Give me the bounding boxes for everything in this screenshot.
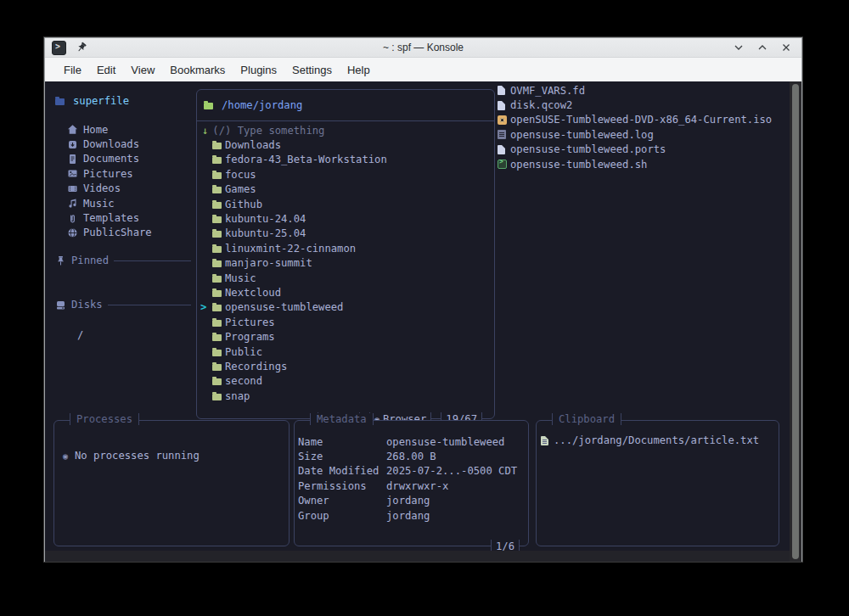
folder-icon bbox=[212, 157, 222, 164]
file-row[interactable]: Pictures bbox=[197, 315, 494, 329]
metadata-row: Groupjordang bbox=[298, 508, 528, 523]
sidebar-item-documents[interactable]: Documents bbox=[67, 152, 152, 166]
file-row[interactable]: Programs bbox=[197, 329, 494, 344]
sidebar-section-disks: Disks bbox=[55, 299, 191, 311]
folder-icon bbox=[212, 394, 222, 400]
folder-icon bbox=[212, 172, 222, 179]
konsole-window: ~ : spf — Konsole File Edit View Bookmar… bbox=[44, 37, 802, 562]
metadata-panel: Metadata Nameopensuse-tumbleweed Size268… bbox=[294, 420, 529, 546]
app-title: superfile bbox=[55, 93, 129, 108]
file-row[interactable]: linuxmint-22-cinnamon bbox=[197, 241, 494, 255]
folder-icon bbox=[212, 187, 222, 193]
metadata-row: Permissionsdrwxrwxr-x bbox=[298, 479, 528, 493]
folder-icon bbox=[212, 216, 222, 223]
shell-script-icon bbox=[498, 160, 507, 169]
file-row[interactable]: focus bbox=[197, 167, 494, 182]
folder-icon bbox=[212, 231, 222, 238]
file-row[interactable]: Nextcloud bbox=[197, 285, 494, 300]
menu-view[interactable]: View bbox=[123, 61, 162, 79]
preview-file-row[interactable]: OVMF_VARS.fd bbox=[498, 83, 772, 98]
preview-panel: OVMF_VARS.fd disk.qcow2 openSUSE-Tumblew… bbox=[498, 83, 772, 171]
folder-icon bbox=[212, 260, 222, 267]
clipboard-panel: Clipboard .../jordang/Documents/article.… bbox=[536, 420, 779, 546]
menu-edit[interactable]: Edit bbox=[89, 61, 123, 79]
file-row[interactable]: kubuntu-25.04 bbox=[197, 227, 494, 241]
terminal-view[interactable]: superfile Home Downloads Documents Pict bbox=[45, 81, 801, 562]
file-row[interactable]: Downloads bbox=[197, 137, 494, 152]
file-row[interactable]: second bbox=[197, 374, 494, 389]
text-file-icon bbox=[541, 436, 548, 445]
panel-path-header: /home/jordang bbox=[197, 90, 494, 121]
file-row[interactable]: fedora-43_Beta-Workstation bbox=[197, 153, 494, 167]
sidebar-item-templates[interactable]: Templates bbox=[67, 210, 152, 225]
folder-icon bbox=[212, 202, 222, 209]
document-icon bbox=[67, 154, 78, 165]
file-icon bbox=[498, 145, 505, 154]
image-icon bbox=[67, 168, 78, 179]
file-row[interactable]: kubuntu-24.04 bbox=[197, 211, 494, 226]
sidebar-item-downloads[interactable]: Downloads bbox=[67, 137, 152, 151]
scrollbar-thumb[interactable] bbox=[792, 84, 799, 559]
close-button[interactable] bbox=[781, 42, 791, 53]
preview-file-row[interactable]: opensuse-tumbleweed.ports bbox=[498, 143, 772, 157]
folder-icon bbox=[212, 276, 222, 283]
sidebar-item-home[interactable]: Home bbox=[67, 122, 152, 137]
log-file-icon bbox=[498, 130, 506, 139]
folder-icon bbox=[212, 350, 222, 356]
terminal-bottom-gap bbox=[45, 551, 790, 562]
search-input[interactable]: ↓ (/) Type something bbox=[197, 123, 494, 137]
menu-plugins[interactable]: Plugins bbox=[233, 61, 284, 79]
metadata-row: Nameopensuse-tumbleweed bbox=[298, 434, 528, 449]
current-path: /home/jordang bbox=[222, 99, 302, 111]
folder-icon bbox=[212, 305, 222, 311]
file-row[interactable]: Games bbox=[197, 182, 494, 197]
sidebar-item-publicshare[interactable]: PublicShare bbox=[67, 226, 152, 240]
processes-panel-title: Processes bbox=[70, 413, 139, 425]
maximize-button[interactable] bbox=[757, 42, 767, 53]
file-row[interactable]: Public bbox=[197, 344, 494, 359]
menu-bar: File Edit View Bookmarks Plugins Setting… bbox=[45, 58, 801, 81]
file-row[interactable]: manjaro-summit bbox=[197, 256, 494, 271]
sidebar-item-music[interactable]: Music bbox=[67, 196, 152, 210]
menu-file[interactable]: File bbox=[56, 61, 89, 79]
scrollbar-track[interactable] bbox=[790, 81, 801, 562]
processes-empty-message: ◉ No processes running bbox=[54, 450, 289, 462]
file-row[interactable]: Music bbox=[197, 271, 494, 285]
file-icon bbox=[498, 86, 505, 95]
menu-bookmarks[interactable]: Bookmarks bbox=[162, 61, 233, 79]
sidebar-disk-root[interactable]: / bbox=[77, 328, 83, 342]
divider-line bbox=[108, 305, 191, 305]
superfile-logo-icon bbox=[55, 98, 65, 105]
current-folder-icon bbox=[204, 103, 213, 109]
window-title: ~ : spf — Konsole bbox=[45, 42, 801, 53]
file-row[interactable]: snap bbox=[197, 389, 494, 403]
pinned-icon bbox=[55, 255, 66, 266]
download-icon bbox=[67, 139, 78, 150]
folder-icon bbox=[212, 364, 222, 371]
sidebar-item-videos[interactable]: Videos bbox=[67, 182, 152, 196]
process-bullet-icon: ◉ bbox=[63, 451, 68, 461]
preview-file-row[interactable]: opensuse-tumbleweed.log bbox=[498, 127, 772, 142]
menu-settings[interactable]: Settings bbox=[284, 61, 340, 79]
divider-line bbox=[114, 260, 191, 261]
preview-file-row[interactable]: disk.qcow2 bbox=[498, 98, 772, 112]
file-row[interactable]: Recordings bbox=[197, 359, 494, 373]
disks-icon bbox=[55, 300, 66, 311]
menu-help[interactable]: Help bbox=[340, 61, 378, 79]
folder-icon bbox=[212, 290, 222, 297]
file-panel[interactable]: /home/jordang ↓ (/) Type something Downl… bbox=[196, 89, 495, 419]
sidebar-item-pictures[interactable]: Pictures bbox=[67, 166, 152, 181]
metadata-row: Date Modified2025-07-2...-0500 CDT bbox=[298, 464, 528, 479]
search-placeholder: (/) Type something bbox=[212, 125, 324, 137]
file-row[interactable]: Github bbox=[197, 197, 494, 211]
metadata-row: Size268.00 B bbox=[298, 449, 528, 463]
minimize-button[interactable] bbox=[734, 42, 744, 53]
file-row-selected[interactable]: > opensuse-tumbleweed bbox=[197, 300, 494, 315]
title-bar[interactable]: ~ : spf — Konsole bbox=[45, 38, 801, 58]
preview-file-row[interactable]: openSUSE-Tumbleweed-DVD-x86_64-Current.i… bbox=[498, 113, 772, 127]
folder-icon bbox=[212, 334, 222, 341]
video-icon bbox=[67, 183, 78, 194]
preview-file-row[interactable]: opensuse-tumbleweed.sh bbox=[498, 157, 772, 171]
sort-direction-icon: ↓ bbox=[202, 125, 208, 137]
folder-icon bbox=[212, 143, 222, 149]
